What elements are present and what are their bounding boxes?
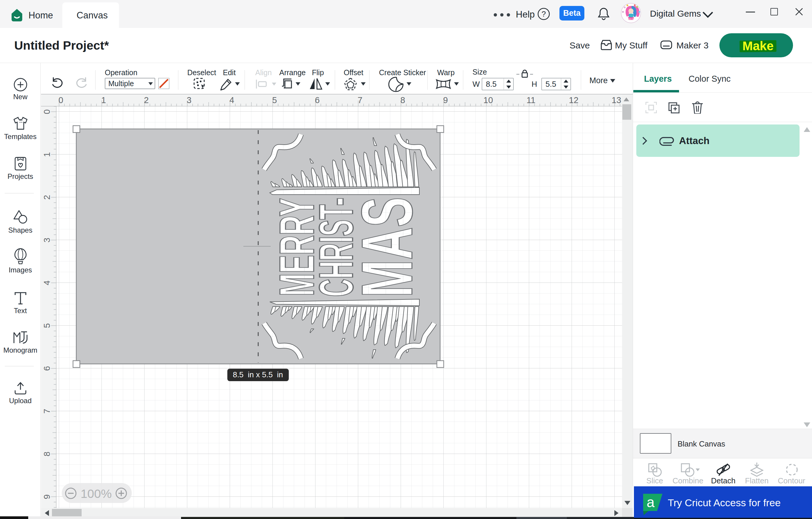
svg-text:1: 1 [101, 95, 106, 105]
svg-text:3: 3 [42, 238, 52, 242]
svg-text:8: 8 [400, 95, 405, 105]
svg-text:4: 4 [42, 280, 52, 285]
svg-text:4: 4 [229, 95, 234, 105]
svg-text:2: 2 [42, 195, 52, 200]
svg-text:9: 9 [443, 95, 448, 105]
svg-text:2: 2 [144, 95, 149, 105]
svg-text:7: 7 [42, 409, 52, 413]
svg-text:a: a [647, 494, 655, 510]
svg-text:Digital Gems: Digital Gems [625, 18, 637, 20]
svg-text:12: 12 [569, 95, 578, 105]
svg-text:8: 8 [42, 452, 52, 456]
svg-text:5: 5 [272, 95, 277, 105]
svg-text:6: 6 [315, 95, 320, 105]
svg-text:11: 11 [526, 95, 535, 105]
svg-text:3: 3 [187, 95, 192, 105]
svg-text:7: 7 [358, 95, 362, 105]
svg-text:8.5 in x 5.5 in: 8.5 in x 5.5 in [233, 370, 283, 379]
svg-text:?: ? [542, 9, 546, 19]
svg-text:9: 9 [42, 494, 52, 499]
svg-text:6: 6 [42, 366, 52, 371]
svg-text:13: 13 [612, 95, 621, 105]
svg-text:0: 0 [42, 109, 52, 114]
svg-text:MAS: MAS [347, 197, 427, 297]
svg-text:0: 0 [58, 95, 63, 105]
svg-text:5: 5 [42, 323, 52, 328]
svg-text:1: 1 [42, 152, 52, 157]
svg-text:10: 10 [484, 95, 493, 105]
